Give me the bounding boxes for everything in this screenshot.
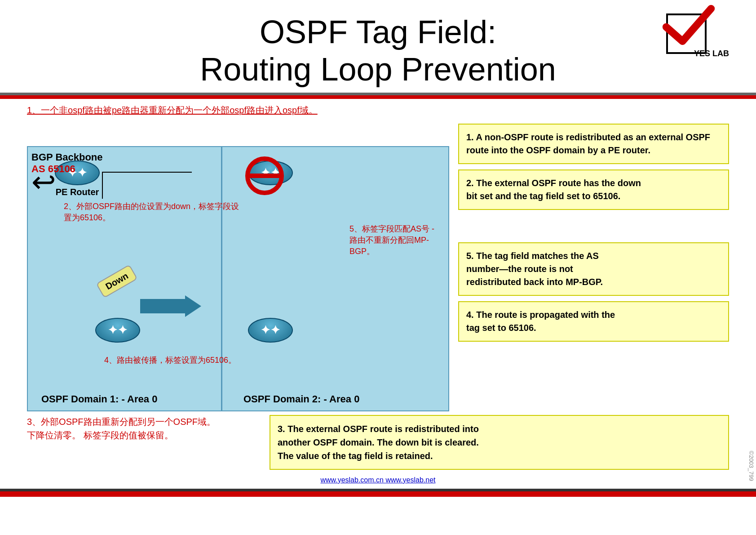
diagram-left: BGP Backbone AS 65106 2、外部OSPF路由的位设置为dow… xyxy=(27,119,449,411)
connector-line-1 xyxy=(102,172,103,199)
main-content: 1、一个非ospf路由被pe路由器重新分配为一个外部ospf路由进入ospf域。… xyxy=(0,99,756,470)
router-right-bottom: ✦✦ xyxy=(248,318,293,343)
footer-bar-bottom xyxy=(0,491,756,497)
logo-label: YES LAB xyxy=(694,49,729,58)
ospf-domain-box: ✦✦ PE Router ↩ Down xyxy=(27,146,449,411)
watermark: ©2003_799 xyxy=(748,451,755,481)
logo-checkmark xyxy=(662,4,716,49)
ospf-divider xyxy=(221,147,222,410)
notes-panel: 1. A non-OSPF route is redistributed as … xyxy=(449,119,729,411)
annotation-5-inside: 5、标签字段匹配AS号 - 路由不重新分配回MP- BGP。 xyxy=(349,223,444,258)
note-box-3: 3. The external OSPF route is redistribu… xyxy=(270,415,729,470)
no-entry-symbol xyxy=(245,156,284,196)
router-left-bottom: ✦✦ xyxy=(95,318,140,343)
bgp-backbone-label: BGP Backbone AS 65106 xyxy=(31,152,103,175)
note-box-4: 4. The route is propagated with the tag … xyxy=(458,301,729,342)
page-title: OSPF Tag Field: Routing Loop Prevention xyxy=(0,13,756,88)
annotation-2: 2、外部OSPF路由的位设置为down，标签字段设 置为65106。 xyxy=(64,201,239,223)
arrow-head xyxy=(185,295,201,317)
annotation-3-chinese: 3、外部OSPF路由重新分配到另一个OSPF域。 下降位清零。 标签字段的值被保… xyxy=(27,415,261,442)
arrow-shaft xyxy=(140,299,185,313)
connector-line-1h xyxy=(102,172,192,173)
diagram-area: BGP Backbone AS 65106 2、外部OSPF路由的位设置为dow… xyxy=(27,119,729,411)
note-box-5: 5. The tag field matches the AS number—t… xyxy=(458,242,729,296)
bottom-section: 3、外部OSPF路由重新分配到另一个OSPF域。 下降位清零。 标签字段的值被保… xyxy=(27,415,729,470)
note-box-1: 1. A non-OSPF route is redistributed as … xyxy=(458,124,729,164)
note-box-2: 2. The external OSPF route has the down … xyxy=(458,169,729,210)
annotation-4-inside: 4、路由被传播，标签设置为65106。 xyxy=(104,355,236,366)
annotation-1: 1、一个非ospf路由被pe路由器重新分配为一个外部ospf路由进入ospf域。 xyxy=(27,104,729,116)
domain1-label: OSPF Domain 1: - Area 0 xyxy=(41,393,157,405)
propagation-arrow xyxy=(140,295,201,317)
down-badge: Down xyxy=(96,264,138,298)
red-divider xyxy=(0,95,756,99)
diagram-wrapper: BGP Backbone AS 65106 2、外部OSPF路由的位设置为dow… xyxy=(27,146,449,411)
page-header: OSPF Tag Field: Routing Loop Prevention … xyxy=(0,0,756,93)
footer-links: www.yeslab.com.cn www.yeslab.net xyxy=(0,470,756,487)
yeslab-logo: YES LAB xyxy=(666,9,729,58)
domain2-label: OSPF Domain 2: - Area 0 xyxy=(243,393,359,405)
bottom-left: 3、外部OSPF路由重新分配到另一个OSPF域。 下降位清零。 标签字段的值被保… xyxy=(27,415,261,470)
